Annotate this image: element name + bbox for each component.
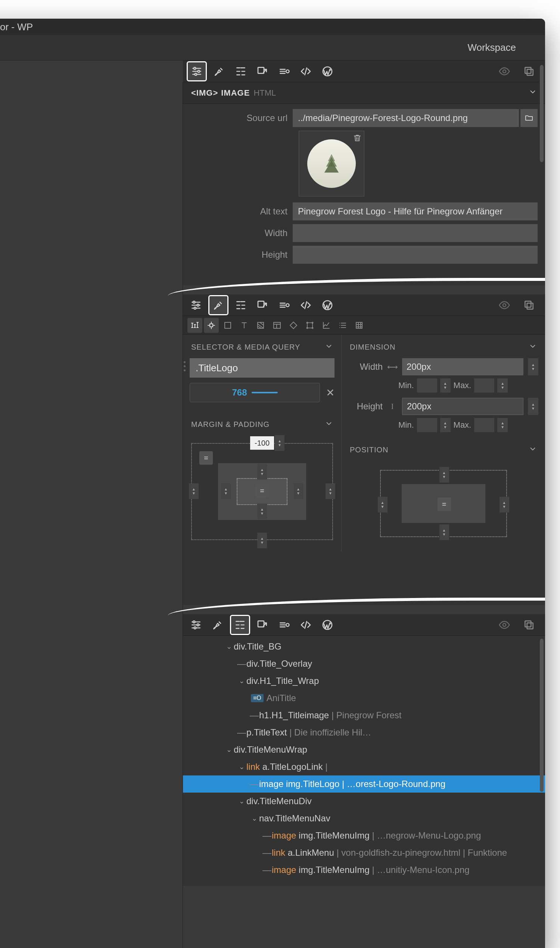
wordpress-tab-icon[interactable] bbox=[318, 298, 337, 313]
height-min-spinner[interactable]: ▲▼ bbox=[440, 418, 451, 432]
clear-media-query-icon[interactable]: ✕ bbox=[326, 387, 334, 399]
panel-resize-handle[interactable] bbox=[183, 340, 187, 392]
link-padding-icon[interactable]: = bbox=[255, 484, 269, 498]
popout-icon[interactable] bbox=[520, 617, 538, 633]
width-min-spinner[interactable]: ▲▼ bbox=[440, 378, 451, 393]
tree-row[interactable]: ⌄ link a.TitleLogoLink | bbox=[183, 758, 545, 775]
actions-tab-icon[interactable] bbox=[253, 63, 272, 79]
tree-tab-icon[interactable] bbox=[231, 298, 250, 313]
popout-icon[interactable] bbox=[520, 63, 538, 79]
chevron-down-icon[interactable] bbox=[325, 419, 333, 430]
tree-row[interactable]: — div.Title_Overlay bbox=[183, 655, 545, 672]
chevron-down-icon[interactable] bbox=[325, 342, 333, 352]
actions-tab-icon[interactable] bbox=[253, 298, 272, 313]
actions-tab-icon[interactable] bbox=[253, 617, 272, 633]
code-tab-icon[interactable] bbox=[297, 298, 315, 313]
box-category-icon[interactable] bbox=[220, 318, 235, 333]
code-tab-icon[interactable] bbox=[297, 63, 315, 79]
zoom-icon[interactable] bbox=[446, 39, 456, 56]
chevron-down-icon[interactable] bbox=[529, 342, 537, 352]
coffee-icon[interactable] bbox=[527, 39, 538, 56]
height-input[interactable] bbox=[293, 246, 538, 264]
code-tab-icon[interactable] bbox=[297, 617, 315, 633]
wordpress-tab-icon[interactable] bbox=[318, 63, 337, 79]
visibility-icon[interactable] bbox=[495, 63, 514, 79]
width-spinner[interactable]: ▲▼ bbox=[528, 358, 538, 375]
pos-left-spinner[interactable]: ▲▼ bbox=[378, 497, 388, 512]
chevron-down-icon[interactable]: ⌄ bbox=[237, 763, 246, 771]
width-value-input[interactable] bbox=[402, 358, 523, 375]
grid-category-icon[interactable] bbox=[352, 318, 367, 333]
visibility-icon[interactable] bbox=[495, 617, 514, 633]
media-query-pill[interactable]: 768 bbox=[190, 383, 320, 402]
source-url-input[interactable] bbox=[293, 109, 519, 127]
margin-top-spinner[interactable]: ▲▼ bbox=[275, 435, 285, 451]
padding-bottom-spinner[interactable]: ▲▼ bbox=[257, 504, 267, 519]
tree-row[interactable]: ⌄ nav.TitleMenuNav bbox=[183, 810, 545, 827]
transform-category-icon[interactable] bbox=[302, 318, 317, 333]
attributes-tab-icon[interactable] bbox=[275, 63, 294, 79]
attributes-tab-icon[interactable] bbox=[275, 298, 294, 313]
margin-top-input[interactable]: -100 bbox=[250, 436, 274, 450]
chevron-down-icon[interactable]: ⌄ bbox=[249, 814, 259, 823]
pos-right-spinner[interactable]: ▲▼ bbox=[500, 497, 509, 512]
height-spinner[interactable]: ▲▼ bbox=[528, 398, 538, 415]
styles-tab-icon[interactable] bbox=[208, 295, 228, 315]
background-category-icon[interactable] bbox=[253, 318, 268, 333]
selector-input[interactable] bbox=[190, 358, 334, 378]
tree-scrollbar[interactable] bbox=[540, 639, 543, 792]
tree-row[interactable]: — link a.LinkMenu | von-goldfish-zu-pine… bbox=[183, 844, 545, 861]
padding-top-spinner[interactable]: ▲▼ bbox=[257, 464, 267, 479]
padding-right-spinner[interactable]: ▲▼ bbox=[294, 483, 303, 499]
properties-tab-icon[interactable] bbox=[187, 298, 205, 313]
trash-icon[interactable] bbox=[353, 133, 362, 144]
pos-bottom-spinner[interactable]: ▲▼ bbox=[439, 524, 449, 540]
properties-tab-icon[interactable] bbox=[187, 61, 207, 82]
tree-row[interactable]: — p.TitleText | Die inoffizielle Hil… bbox=[183, 724, 545, 741]
chevron-down-icon[interactable] bbox=[529, 445, 537, 455]
pos-top-spinner[interactable]: ▲▼ bbox=[439, 467, 449, 482]
tree-tab-icon[interactable] bbox=[231, 63, 250, 79]
visibility-icon[interactable] bbox=[495, 298, 514, 313]
link-position-icon[interactable]: = bbox=[437, 498, 451, 511]
chevron-down-icon[interactable]: ⌄ bbox=[237, 677, 246, 685]
workspace-button[interactable]: Workspace bbox=[461, 39, 523, 56]
tree-row[interactable]: ≡O AniTitle bbox=[183, 689, 545, 707]
width-min-input[interactable] bbox=[417, 378, 437, 393]
chart-category-icon[interactable] bbox=[319, 318, 334, 333]
text-category-icon[interactable] bbox=[237, 318, 252, 333]
tree-row[interactable]: — image img.TitleMenuImg | …unitiy-Menu-… bbox=[183, 861, 545, 879]
tree-row[interactable]: ⌄ div.TitleMenuDiv bbox=[183, 792, 545, 810]
help-icon[interactable] bbox=[431, 39, 441, 56]
height-max-spinner[interactable]: ▲▼ bbox=[497, 418, 508, 432]
border-category-icon[interactable] bbox=[286, 318, 301, 333]
height-max-input[interactable] bbox=[474, 418, 494, 432]
chevron-down-icon[interactable]: ⌄ bbox=[224, 746, 234, 754]
properties-tab-icon[interactable] bbox=[187, 617, 205, 633]
width-input[interactable] bbox=[293, 224, 538, 242]
style-scrollbar[interactable] bbox=[540, 65, 543, 162]
tree-row-selected[interactable]: — image img.TitleLogo | …orest-Logo-Roun… bbox=[183, 775, 545, 792]
popout-icon[interactable] bbox=[520, 298, 538, 313]
tree-row[interactable]: ⌄ div.Title_BG bbox=[183, 638, 545, 655]
wordpress-tab-icon[interactable] bbox=[318, 617, 337, 633]
margin-bottom-spinner[interactable]: ▲▼ bbox=[257, 533, 267, 548]
tree-row[interactable]: ⌄ div.H1_Title_Wrap bbox=[183, 672, 545, 689]
chevron-down-icon[interactable]: ⌄ bbox=[237, 797, 246, 805]
width-max-input[interactable] bbox=[474, 378, 494, 393]
height-min-input[interactable] bbox=[417, 418, 437, 432]
browse-folder-icon[interactable] bbox=[520, 109, 538, 127]
width-max-spinner[interactable]: ▲▼ bbox=[497, 378, 508, 393]
tree-row[interactable]: ⌄ div.TitleMenuWrap bbox=[183, 741, 545, 758]
tree-tab-icon[interactable] bbox=[230, 615, 250, 635]
height-value-input[interactable] bbox=[402, 398, 523, 415]
margin-right-spinner[interactable]: ▲▼ bbox=[326, 483, 335, 499]
list-category-icon[interactable] bbox=[335, 318, 350, 333]
columns-category-icon[interactable] bbox=[269, 318, 285, 333]
layout-category-icon[interactable] bbox=[188, 318, 202, 333]
spacing-category-icon[interactable] bbox=[204, 318, 219, 333]
alt-text-input[interactable] bbox=[293, 202, 538, 220]
tree-row[interactable]: — image img.TitleMenuImg | …negrow-Menu-… bbox=[183, 827, 545, 844]
padding-left-spinner[interactable]: ▲▼ bbox=[221, 483, 231, 499]
margin-left-spinner[interactable]: ▲▼ bbox=[189, 483, 198, 499]
